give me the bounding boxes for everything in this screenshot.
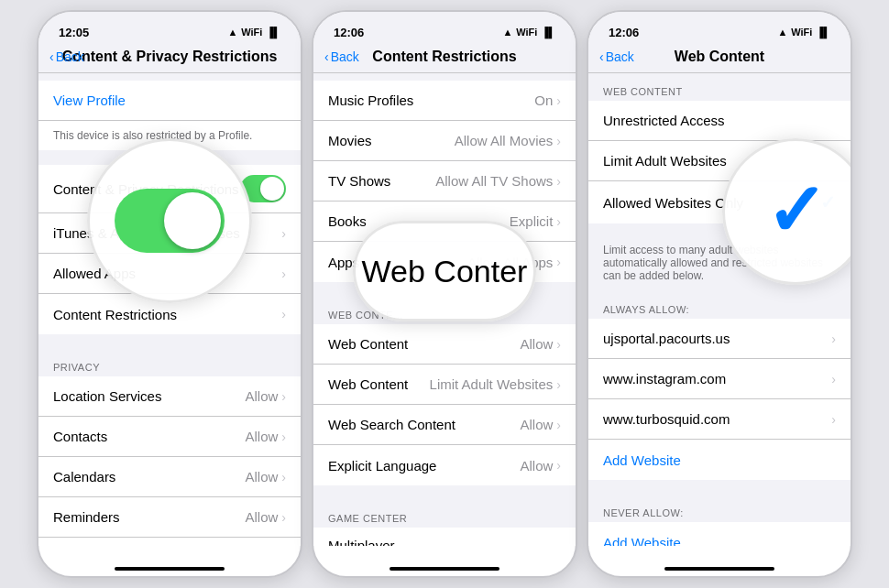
center-label: Web Conter: [362, 254, 528, 289]
photos-item[interactable]: Photos Allow ›: [38, 538, 301, 546]
chevron-apps: ›: [281, 267, 286, 281]
web-content-item-2[interactable]: Web Content Limit Adult Websites ›: [313, 365, 576, 405]
signal-icon-2: ▲: [502, 27, 512, 38]
time-3: 12:06: [609, 26, 639, 39]
add-website-always[interactable]: Add Website: [588, 440, 851, 480]
back-chevron-1: ‹: [49, 49, 54, 64]
chevron-content: ›: [281, 307, 286, 321]
back-chevron-2: ‹: [324, 49, 329, 64]
back-chevron-3: ‹: [599, 49, 604, 64]
web-content-header-3: WEB CONTENT: [588, 73, 851, 101]
unrestricted-access-item[interactable]: Unrestricted Access: [588, 101, 851, 141]
home-indicator-1: [115, 567, 225, 571]
view-profile-item[interactable]: View Profile: [38, 81, 301, 121]
check-circle: ✓: [722, 138, 852, 285]
toggle-large[interactable]: [115, 189, 225, 253]
always-allow-2[interactable]: www.instagram.com ›: [588, 359, 851, 399]
always-allow-group: ujsportal.pacourts.us › www.instagram.co…: [588, 319, 851, 480]
time-2: 12:06: [334, 26, 364, 39]
contacts-item[interactable]: Contacts Allow ›: [38, 417, 301, 457]
music-profiles-item[interactable]: Music Profiles On ›: [313, 81, 576, 121]
web-content-item-1[interactable]: Web Content Allow ›: [313, 324, 576, 365]
web-search-item[interactable]: Web Search Content Allow ›: [313, 405, 576, 445]
wifi-icon-3: WiFi: [791, 27, 812, 38]
status-icons-2: ▲ WiFi ▐▌: [502, 27, 555, 38]
status-icons-1: ▲ WiFi ▐▌: [227, 27, 280, 38]
signal-icon-3: ▲: [777, 27, 787, 38]
back-button-2[interactable]: ‹ Back: [324, 49, 359, 64]
always-allow-3[interactable]: www.turbosquid.com ›: [588, 399, 851, 440]
back-label-2[interactable]: Back: [331, 49, 359, 64]
toggle-thumb: [164, 192, 221, 249]
toggle-thumb-small: [260, 177, 284, 201]
battery-icon: ▐▌: [266, 27, 280, 38]
signal-icon: ▲: [227, 27, 237, 38]
always-allow-1[interactable]: ujsportal.pacourts.us ›: [588, 319, 851, 359]
nav-title-3: Web Content: [675, 49, 764, 65]
nav-bar-1: ‹ Back Content & Privacy Restrictions: [38, 45, 301, 73]
center-circle: Web Conter: [353, 221, 536, 321]
reminders-item[interactable]: Reminders Allow ›: [38, 497, 301, 538]
view-profile-link[interactable]: View Profile: [53, 93, 126, 108]
tv-shows-item[interactable]: TV Shows Allow All TV Shows ›: [313, 161, 576, 201]
toggle-overlay: [87, 138, 252, 303]
wifi-icon: WiFi: [241, 27, 262, 38]
explicit-language-item[interactable]: Explicit Language Allow ›: [313, 445, 576, 485]
check-icon: ✓: [765, 175, 827, 248]
movies-item[interactable]: Movies Allow All Movies ›: [313, 121, 576, 161]
game-center-header: GAME CENTER: [313, 500, 576, 528]
phone-2: 12:06 ▲ WiFi ▐▌ ‹ Back Content Restricti…: [312, 10, 577, 578]
game-center-items: Multiplayer Games Allow with Everyone › …: [313, 528, 576, 546]
battery-icon-2: ▐▌: [541, 27, 555, 38]
location-item[interactable]: Location Services Allow ›: [38, 376, 301, 417]
center-text-overlay: Web Conter: [353, 221, 536, 321]
multiplayer-item[interactable]: Multiplayer Games Allow with Everyone ›: [313, 528, 576, 546]
calendars-item[interactable]: Calendars Allow ›: [38, 457, 301, 497]
nav-title-2: Content Restrictions: [372, 49, 516, 65]
add-website-label-2[interactable]: Add Website: [603, 535, 681, 547]
back-button-3[interactable]: ‹ Back: [599, 49, 634, 64]
nav-bar-3: ‹ Back Web Content: [588, 45, 851, 73]
privacy-items: Location Services Allow › Contacts Allow…: [38, 376, 301, 546]
status-bar-2: 12:06 ▲ WiFi ▐▌: [313, 12, 576, 45]
web-content-items-2: Web Content Allow › Web Content Limit Ad…: [313, 324, 576, 485]
add-website-never[interactable]: Add Website: [588, 522, 851, 546]
always-allow-header: ALWAYS ALLOW:: [588, 291, 851, 319]
never-allow-group: Add Website: [588, 522, 851, 546]
status-bar-1: 12:05 ▲ WiFi ▐▌: [38, 12, 301, 45]
status-icons-3: ▲ WiFi ▐▌: [777, 27, 830, 38]
add-website-label-1[interactable]: Add Website: [603, 452, 681, 468]
time-1: 12:05: [59, 26, 89, 39]
wifi-icon-2: WiFi: [516, 27, 537, 38]
home-indicator-3: [664, 567, 774, 571]
home-indicator-2: [390, 567, 499, 571]
toggle-overlay-circle: [87, 138, 252, 303]
status-bar-3: 12:06 ▲ WiFi ▐▌: [588, 12, 851, 45]
back-button-1[interactable]: ‹ Back: [49, 49, 84, 64]
privacy-header: PRIVACY: [38, 349, 301, 376]
never-allow-header: NEVER ALLOW:: [588, 495, 851, 522]
nav-title-1: Content & Privacy Restrictions: [62, 49, 278, 65]
battery-icon-3: ▐▌: [816, 27, 830, 38]
phone-1: 12:05 ▲ WiFi ▐▌ ‹ Back Content & Privacy…: [37, 10, 302, 578]
checkmark-overlay: ✓: [722, 138, 852, 285]
nav-bar-2: ‹ Back Content Restrictions: [313, 45, 576, 73]
back-label-1[interactable]: Back: [56, 49, 84, 64]
back-label-3[interactable]: Back: [606, 49, 634, 64]
chevron-itunes: ›: [281, 226, 286, 241]
phone-3: 12:06 ▲ WiFi ▐▌ ‹ Back Web Content ✓ WEB…: [587, 10, 852, 578]
